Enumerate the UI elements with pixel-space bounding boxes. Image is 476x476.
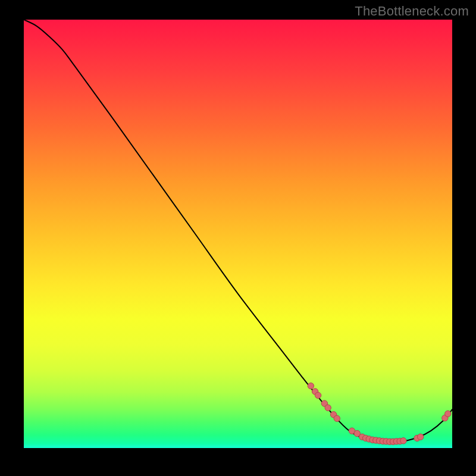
data-marker xyxy=(315,392,321,398)
data-marker xyxy=(334,415,340,421)
plot-area xyxy=(24,20,452,448)
data-marker xyxy=(418,434,424,440)
watermark-text: TheBottleneck.com xyxy=(355,4,469,19)
data-marker xyxy=(308,383,314,389)
chart-frame: TheBottleneck.com xyxy=(0,0,476,476)
data-marker xyxy=(325,405,331,411)
data-marker xyxy=(400,438,406,444)
bottleneck-curve xyxy=(24,20,452,442)
data-marker xyxy=(445,411,451,416)
data-markers-group xyxy=(308,383,451,444)
chart-svg xyxy=(24,20,452,448)
